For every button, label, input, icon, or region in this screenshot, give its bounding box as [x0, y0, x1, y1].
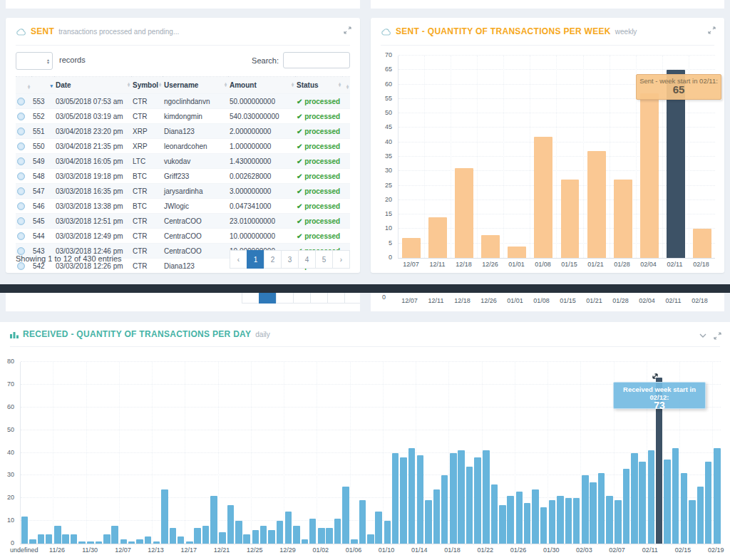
bar[interactable]	[318, 528, 325, 544]
bar[interactable]	[714, 448, 721, 544]
column-header[interactable]: Amount▴▾	[228, 77, 295, 94]
bar[interactable]	[408, 448, 416, 544]
bar[interactable]	[623, 469, 630, 544]
table-row[interactable]: 54403/03/2018 12:49 pmCTRCentraCOO10.000…	[16, 229, 350, 244]
bar[interactable]	[103, 534, 110, 544]
bar[interactable]	[309, 519, 317, 544]
bar[interactable]	[285, 512, 292, 544]
bar[interactable]	[425, 500, 432, 544]
bar[interactable]	[367, 534, 374, 544]
bar[interactable]	[277, 521, 284, 544]
bar[interactable]	[194, 528, 201, 544]
bar[interactable]	[441, 475, 448, 544]
bar[interactable]	[29, 539, 36, 544]
pagination-page[interactable]	[276, 293, 294, 304]
bar[interactable]	[392, 453, 399, 544]
column-header[interactable]: ▴▾	[16, 77, 31, 94]
bar[interactable]	[532, 489, 539, 544]
pagination-page[interactable]: 1	[247, 250, 264, 269]
bar[interactable]	[458, 450, 465, 544]
bar[interactable]	[351, 539, 358, 544]
bar[interactable]	[689, 500, 696, 544]
bar[interactable]	[384, 521, 391, 544]
bar[interactable]	[648, 450, 655, 544]
bar[interactable]	[120, 539, 128, 544]
pagination-next[interactable]: ›	[332, 250, 350, 269]
bar[interactable]	[178, 536, 185, 544]
bar[interactable]	[219, 532, 226, 544]
pagination-remnant[interactable]	[242, 293, 360, 304]
bar[interactable]	[243, 534, 250, 544]
records-select[interactable]: ▴▾	[16, 52, 53, 70]
bar[interactable]	[252, 530, 259, 544]
bar[interactable]	[375, 512, 382, 544]
bar[interactable]	[428, 217, 447, 258]
bar[interactable]	[705, 462, 712, 544]
bar[interactable]	[587, 151, 606, 258]
row-detail-icon[interactable]	[17, 202, 25, 210]
bar[interactable]	[153, 541, 160, 544]
bar[interactable]	[359, 500, 366, 544]
bar[interactable]	[227, 505, 235, 544]
bar[interactable]	[400, 457, 407, 544]
search-input[interactable]	[283, 52, 350, 68]
bar[interactable]	[260, 526, 267, 544]
bar[interactable]	[557, 496, 564, 544]
bar[interactable]	[481, 235, 500, 258]
table-row[interactable]: 54903/04/2018 16:05 pmLTCvukodav1.430000…	[16, 154, 350, 169]
expand-icon[interactable]	[708, 26, 716, 34]
bar[interactable]	[202, 526, 210, 544]
bar[interactable]	[474, 457, 481, 544]
pagination-page[interactable]	[310, 293, 328, 304]
pagination-page[interactable]: 5	[315, 250, 333, 269]
bar[interactable]	[302, 539, 309, 544]
bar[interactable]	[46, 534, 53, 544]
row-detail-icon[interactable]	[17, 128, 25, 135]
bar[interactable]	[87, 541, 94, 544]
bar[interactable]	[483, 450, 490, 544]
bar[interactable]	[417, 455, 424, 544]
pagination-prev[interactable]: ‹	[230, 250, 247, 269]
bar[interactable]	[334, 519, 341, 544]
bar[interactable]	[606, 496, 613, 544]
bar[interactable]	[71, 534, 78, 544]
bar[interactable]	[136, 539, 143, 544]
pagination-page[interactable]	[259, 293, 277, 304]
row-detail-icon[interactable]	[17, 142, 25, 150]
row-detail-icon[interactable]	[17, 98, 25, 105]
row-detail-icon[interactable]	[17, 187, 25, 195]
bar[interactable]	[96, 541, 103, 544]
bar[interactable]	[524, 503, 531, 544]
pagination-page[interactable]: 2	[264, 250, 282, 269]
bar[interactable]	[540, 507, 548, 544]
row-detail-icon[interactable]	[17, 172, 25, 180]
bar[interactable]	[561, 180, 580, 258]
column-header[interactable]: Username▴▾	[163, 77, 228, 94]
bar[interactable]	[128, 541, 135, 544]
bar[interactable]	[111, 526, 118, 544]
bar[interactable]	[516, 492, 523, 544]
bar[interactable]	[598, 473, 605, 544]
bar[interactable]	[491, 484, 498, 544]
bar[interactable]	[534, 137, 552, 258]
bar[interactable]	[293, 526, 300, 544]
table-row[interactable]: 54503/03/2018 12:51 pmCTRCentraCOO23.010…	[16, 214, 350, 229]
bar[interactable]	[450, 453, 457, 544]
pagination-prev[interactable]	[242, 293, 259, 304]
table-row[interactable]: 54803/03/2018 19:18 pmBTCGriff2330.00262…	[16, 169, 350, 184]
bar[interactable]	[170, 528, 177, 544]
bar[interactable]	[697, 487, 704, 544]
row-detail-icon[interactable]	[17, 232, 25, 240]
bar[interactable]	[640, 93, 659, 258]
bar[interactable]	[455, 168, 473, 258]
table-row[interactable]: 54603/03/2018 13:38 pmBTCJWlogic0.047341…	[16, 199, 350, 214]
column-header[interactable]: Date▴▾	[54, 77, 131, 94]
chevron-down-icon[interactable]	[699, 333, 706, 338]
bar[interactable]	[342, 487, 349, 544]
bar[interactable]	[508, 247, 526, 258]
column-header[interactable]: ▴▾	[342, 77, 350, 94]
pagination-page[interactable]	[327, 293, 345, 304]
table-row[interactable]: 55103/04/2018 23:20 pmXRPDiana1232.00000…	[16, 124, 350, 139]
column-header[interactable]: ▾	[31, 77, 54, 94]
bar[interactable]	[54, 526, 61, 544]
